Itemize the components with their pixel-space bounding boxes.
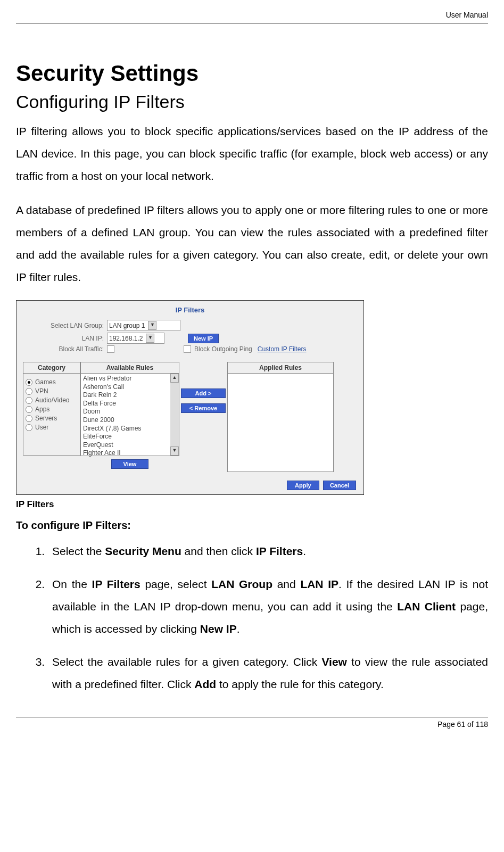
new-ip-button[interactable]: New IP xyxy=(188,334,219,343)
custom-ip-filters-link[interactable]: Custom IP Filters xyxy=(258,345,307,353)
scroll-up-icon[interactable]: ▲ xyxy=(170,374,179,383)
cat-label-1: VPN xyxy=(35,387,48,395)
rule-item[interactable]: EverQuest xyxy=(83,441,168,450)
screenshot-caption: IP Filters xyxy=(16,499,488,510)
radio-category[interactable]: Apps xyxy=(26,406,78,413)
ss-title: IP Filters xyxy=(16,301,363,318)
step-3: Select the available rules for a given c… xyxy=(48,651,488,696)
select-lan-group[interactable]: LAN group 1 ▼ xyxy=(107,320,180,331)
checkbox-block-all[interactable] xyxy=(107,345,114,353)
select-lan-group-value: LAN group 1 xyxy=(109,322,145,329)
rule-item[interactable]: Doom xyxy=(83,408,168,416)
paragraph-1: IP filtering allows you to block specifi… xyxy=(16,120,488,187)
select-lan-ip[interactable]: 192.168.1.2 ▼ xyxy=(107,333,164,344)
cancel-button[interactable]: Cancel xyxy=(323,481,356,490)
rule-item[interactable]: DirectX (7,8) Games xyxy=(83,425,168,433)
chevron-down-icon: ▼ xyxy=(146,334,154,343)
label-block-ping: Block Outgoing Ping xyxy=(194,345,252,353)
rule-item[interactable]: Delta Force xyxy=(83,400,168,408)
label-lan-ip: LAN IP: xyxy=(23,335,107,342)
applied-rules-header: Applied Rules xyxy=(227,362,334,374)
radio-category[interactable]: Games xyxy=(26,378,78,386)
paragraph-2: A database of predefined IP filters allo… xyxy=(16,199,488,288)
footer-rule xyxy=(16,717,488,717)
rule-item[interactable]: Alien vs Predator xyxy=(83,375,168,383)
rule-item[interactable]: EliteForce xyxy=(83,433,168,441)
cat-label-4: Servers xyxy=(35,415,57,422)
header-label: User Manual xyxy=(16,11,488,22)
checkbox-block-ping[interactable] xyxy=(184,345,191,353)
radio-category[interactable]: Servers xyxy=(26,415,78,422)
cat-label-3: Apps xyxy=(35,406,49,413)
radio-category[interactable]: VPN xyxy=(26,387,78,395)
step-2: On the IP Filters page, select LAN Group… xyxy=(48,573,488,640)
step-1: Select the Security Menu and then click … xyxy=(48,540,488,563)
page-subtitle: Configuring IP Filters xyxy=(16,92,488,112)
chevron-down-icon: ▼ xyxy=(148,321,156,330)
apply-button[interactable]: Apply xyxy=(287,481,319,490)
label-block-all: Block All Traffic: xyxy=(23,345,107,353)
view-button[interactable]: View xyxy=(111,459,149,469)
add-button[interactable]: Add > xyxy=(181,388,226,398)
label-select-lan-group: Select LAN Group: xyxy=(23,322,107,329)
ip-filters-screenshot: IP Filters Select LAN Group: LAN group 1… xyxy=(16,300,364,495)
radio-category[interactable]: Audio/Video xyxy=(26,396,78,404)
remove-button[interactable]: < Remove xyxy=(181,403,226,413)
select-lan-ip-value: 192.168.1.2 xyxy=(109,335,143,342)
rule-item[interactable]: Fighter Ace II xyxy=(83,449,168,458)
rule-item[interactable]: Dune 2000 xyxy=(83,416,168,425)
page-title: Security Settings xyxy=(16,61,488,86)
cat-label-5: User xyxy=(35,424,48,431)
rule-item[interactable]: Dark Rein 2 xyxy=(83,391,168,400)
available-rules-header: Available Rules xyxy=(80,362,179,374)
cat-label-2: Audio/Video xyxy=(35,396,70,404)
footer-label: Page 61 of 118 xyxy=(16,720,488,729)
available-rules-listbox[interactable]: Alien vs Predator Asheron's Call Dark Re… xyxy=(80,374,179,456)
category-header: Category xyxy=(23,362,80,374)
cat-label-0: Games xyxy=(35,378,56,386)
scroll-down-icon[interactable]: ▼ xyxy=(170,446,179,456)
steps-title: To configure IP Filters: xyxy=(16,519,488,532)
scrollbar[interactable]: ▲ ▼ xyxy=(170,374,179,456)
applied-rules-listbox[interactable] xyxy=(227,374,334,472)
rule-item[interactable]: Asheron's Call xyxy=(83,383,168,392)
header-rule xyxy=(16,23,488,23)
radio-category[interactable]: User xyxy=(26,424,78,431)
